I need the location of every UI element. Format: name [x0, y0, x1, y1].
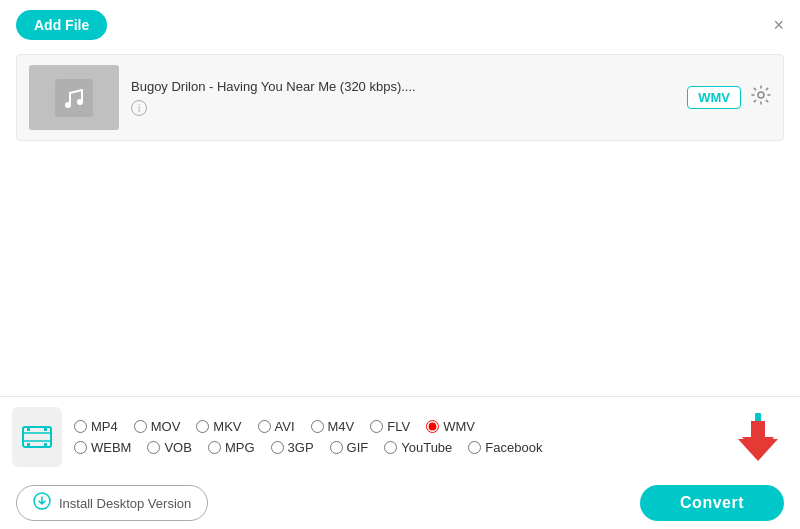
format-facebook[interactable]: Facebook — [468, 440, 542, 455]
download-arrow-icon — [736, 411, 780, 463]
info-icon[interactable]: i — [131, 100, 147, 116]
format-3gp[interactable]: 3GP — [271, 440, 314, 455]
add-file-button[interactable]: Add File — [16, 10, 107, 40]
svg-marker-13 — [742, 421, 774, 457]
download-icon — [33, 492, 51, 514]
action-bar: Install Desktop Version Convert — [0, 477, 800, 529]
file-info: Bugoy Drilon - Having You Near Me (320 k… — [131, 79, 675, 117]
gear-icon — [751, 85, 771, 105]
format-youtube[interactable]: YouTube — [384, 440, 452, 455]
settings-button[interactable] — [751, 85, 771, 110]
format-row-2: WEBM VOB MPG 3GP GIF YouTube — [74, 440, 716, 455]
format-flv[interactable]: FLV — [370, 419, 410, 434]
svg-rect-6 — [44, 427, 47, 431]
format-mkv[interactable]: MKV — [196, 419, 241, 434]
format-mpg[interactable]: MPG — [208, 440, 255, 455]
format-icon-box — [12, 407, 62, 467]
file-name: Bugoy Drilon - Having You Near Me (320 k… — [131, 79, 675, 94]
format-row-1: MP4 MOV MKV AVI M4V FLV WM — [74, 419, 716, 434]
file-thumbnail — [29, 65, 119, 130]
format-badge[interactable]: WMV — [687, 86, 741, 109]
empty-area — [0, 147, 800, 347]
video-format-icon — [21, 421, 53, 453]
convert-button[interactable]: Convert — [640, 485, 784, 521]
svg-point-3 — [758, 92, 764, 98]
file-actions: WMV — [687, 85, 771, 110]
svg-rect-0 — [55, 79, 93, 117]
file-list: Bugoy Drilon - Having You Near Me (320 k… — [0, 48, 800, 147]
format-section: MP4 MOV MKV AVI M4V FLV WM — [0, 397, 800, 477]
music-icon — [55, 79, 93, 117]
download-arrow-box — [728, 407, 788, 467]
top-bar: Add File × — [0, 0, 800, 48]
format-m4v[interactable]: M4V — [311, 419, 355, 434]
format-vob[interactable]: VOB — [147, 440, 191, 455]
svg-point-2 — [77, 99, 83, 105]
format-wmv[interactable]: WMV — [426, 419, 475, 434]
svg-point-1 — [65, 102, 71, 108]
download-circle-icon — [33, 492, 51, 510]
svg-rect-7 — [27, 443, 30, 447]
svg-rect-5 — [27, 427, 30, 431]
bottom-panel: MP4 MOV MKV AVI M4V FLV WM — [0, 396, 800, 529]
format-webm[interactable]: WEBM — [74, 440, 131, 455]
format-avi[interactable]: AVI — [258, 419, 295, 434]
svg-rect-8 — [44, 443, 47, 447]
format-options: MP4 MOV MKV AVI M4V FLV WM — [74, 407, 716, 467]
file-item: Bugoy Drilon - Having You Near Me (320 k… — [16, 54, 784, 141]
close-button[interactable]: × — [773, 16, 784, 34]
format-mp4[interactable]: MP4 — [74, 419, 118, 434]
install-label: Install Desktop Version — [59, 496, 191, 511]
install-desktop-button[interactable]: Install Desktop Version — [16, 485, 208, 521]
format-mov[interactable]: MOV — [134, 419, 181, 434]
format-gif[interactable]: GIF — [330, 440, 369, 455]
